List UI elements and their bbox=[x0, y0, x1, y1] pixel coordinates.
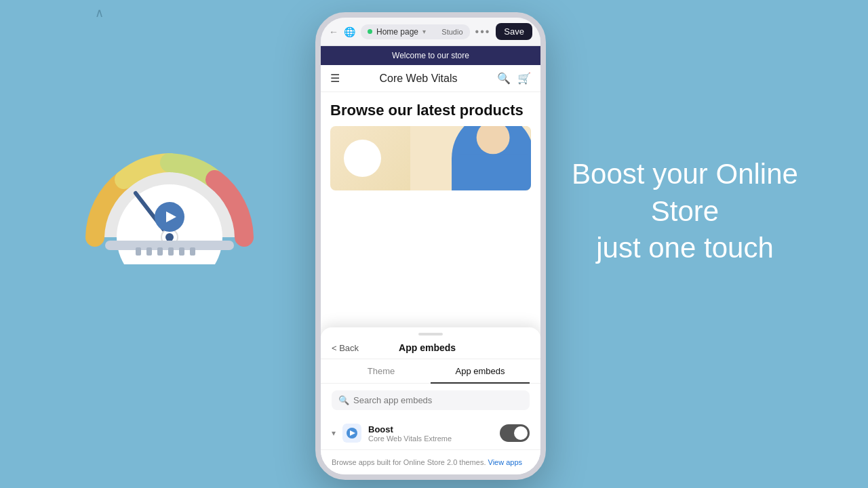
boost-headline: Boost your Online Storejust one touch bbox=[556, 156, 814, 267]
more-button[interactable]: ••• bbox=[475, 26, 491, 38]
panel-header: < Back App embeds bbox=[321, 336, 540, 359]
boost-info: Boost Core Web Vitals Extreme bbox=[368, 424, 493, 443]
boost-app-name: Boost bbox=[368, 424, 493, 434]
svg-rect-12 bbox=[190, 247, 195, 256]
browser-back-icon[interactable]: ← bbox=[329, 26, 338, 37]
search-icon: 🔍 bbox=[338, 395, 349, 405]
url-chevron-icon: ▾ bbox=[422, 28, 426, 35]
globe-icon: 🌐 bbox=[344, 26, 355, 37]
app-embeds-panel: < Back App embeds Theme App embeds 🔍 ▾ bbox=[321, 327, 540, 474]
studio-dot bbox=[368, 29, 372, 34]
store-nav: ☰ Core Web Vitals 🔍 🛒 bbox=[321, 65, 540, 92]
search-input[interactable] bbox=[353, 395, 523, 405]
svg-rect-9 bbox=[157, 247, 163, 256]
store-name: Core Web Vitals bbox=[379, 73, 457, 85]
boost-chevron-icon[interactable]: ▾ bbox=[332, 428, 336, 438]
panel-title: App embeds bbox=[359, 342, 496, 353]
cart-nav-icon[interactable]: 🛒 bbox=[517, 72, 531, 85]
boost-list-item: ▾ Boost Core Web Vitals Extreme bbox=[321, 417, 540, 450]
svg-rect-8 bbox=[146, 247, 152, 256]
panel-back-button[interactable]: < Back bbox=[332, 343, 359, 353]
svg-point-3 bbox=[165, 233, 174, 241]
phone-mockup: ← 🌐 Home page ▾ Studio ••• Save Welcome … bbox=[315, 12, 546, 480]
welcome-banner: Welcome to our store bbox=[321, 46, 540, 65]
boost-toggle[interactable] bbox=[500, 424, 530, 442]
tab-theme[interactable]: Theme bbox=[332, 359, 431, 383]
save-button[interactable]: Save bbox=[496, 23, 532, 40]
svg-rect-11 bbox=[179, 247, 184, 256]
browse-apps-text: Browse apps built for Online Store 2.0 t… bbox=[321, 450, 540, 474]
hero-circle bbox=[344, 140, 381, 177]
svg-rect-16 bbox=[452, 154, 531, 190]
boost-app-icon bbox=[342, 424, 361, 443]
phone-content: Welcome to our store ☰ Core Web Vitals 🔍… bbox=[321, 46, 540, 474]
search-nav-icon[interactable]: 🔍 bbox=[497, 72, 511, 85]
chevron-up-icon: ∧ bbox=[95, 5, 104, 20]
search-bar: 🔍 bbox=[332, 390, 530, 410]
browser-top-bar: ← 🌐 Home page ▾ Studio ••• Save bbox=[321, 18, 540, 46]
tab-app-embeds[interactable]: App embeds bbox=[431, 359, 530, 383]
svg-rect-7 bbox=[136, 247, 141, 256]
panel-tabs: Theme App embeds bbox=[321, 359, 540, 384]
hero-image bbox=[330, 126, 531, 190]
url-pill[interactable]: Home page ▾ Studio bbox=[361, 24, 470, 39]
svg-rect-10 bbox=[168, 247, 174, 256]
url-label: Home page bbox=[376, 27, 418, 37]
nav-icons: 🔍 🛒 bbox=[497, 72, 531, 85]
hero-title: Browse our latest products bbox=[330, 102, 531, 119]
boost-app-subtitle: Core Web Vitals Extreme bbox=[368, 434, 493, 443]
hamburger-icon[interactable]: ☰ bbox=[330, 72, 340, 85]
speedometer-illustration bbox=[75, 129, 264, 264]
studio-label: Studio bbox=[441, 28, 462, 36]
view-apps-link[interactable]: View apps bbox=[488, 458, 523, 466]
hero-section: Browse our latest products bbox=[321, 92, 540, 190]
